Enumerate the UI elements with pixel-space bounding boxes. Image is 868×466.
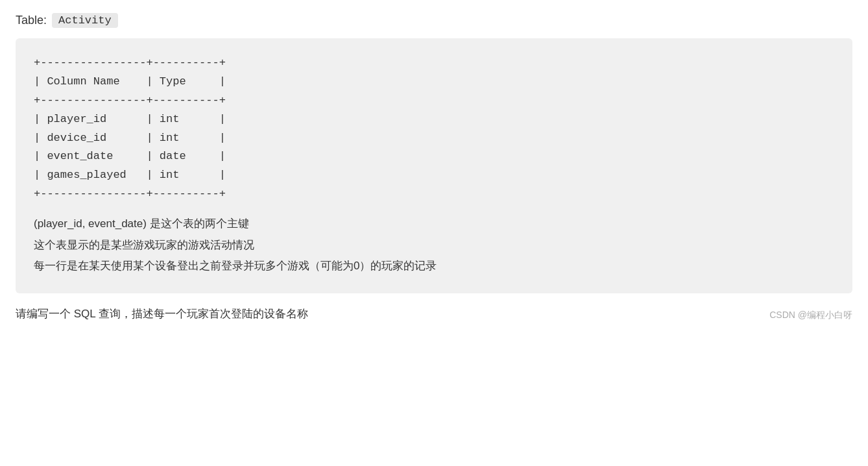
schema-description: (player_id, event_date) 是这个表的两个主键 这个表显示的… <box>34 214 834 276</box>
question-text: 请编写一个 SQL 查询，描述每一个玩家首次登陆的设备名称 <box>16 306 308 321</box>
question-row: 请编写一个 SQL 查询，描述每一个玩家首次登陆的设备名称 CSDN @编程小白… <box>16 306 852 321</box>
table-label-text: Table: <box>16 14 47 27</box>
watermark: CSDN @编程小白呀 <box>769 310 852 321</box>
description-line1: (player_id, event_date) 是这个表的两个主键 <box>34 214 834 234</box>
page-container: Table: Activity +----------------+------… <box>0 0 868 334</box>
description-line3: 每一行是在某天使用某个设备登出之前登录并玩多个游戏（可能为0）的玩家的记录 <box>34 256 834 276</box>
table-name-badge: Activity <box>52 13 118 28</box>
schema-table-block: +----------------+----------+ | Column N… <box>34 54 834 204</box>
table-label-row: Table: Activity <box>16 13 852 28</box>
description-line2: 这个表显示的是某些游戏玩家的游戏活动情况 <box>34 236 834 256</box>
schema-box: +----------------+----------+ | Column N… <box>16 38 852 293</box>
